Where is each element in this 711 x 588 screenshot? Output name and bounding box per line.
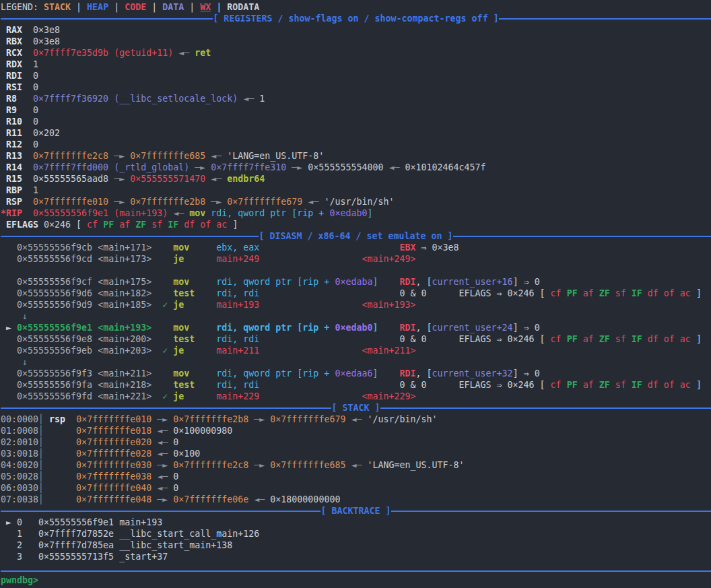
backtrace-frame: 2 0×7ffff7d785ea __libc_start_main+138 — [1, 540, 711, 551]
register-row-rcx: RCX 0×7ffff7e35d9b (getuid+11) ◄─ ret — [1, 47, 711, 59]
register-row-rsp: RSP 0×7fffffffe010 ─► 0×7fffffffe2b8 ─► … — [1, 196, 711, 207]
disasm-row: 0×55555556f9eb <main+203> ✓ je main+211 … — [1, 345, 711, 356]
stack-section-header: [ STACK ] — [1, 402, 711, 414]
register-row-rbp: RBP 1 — [1, 185, 711, 196]
legend-bar: LEGEND: STACK | HEAP | CODE | DATA | WX … — [1, 1, 711, 13]
register-row-r12: R12 0 — [1, 139, 711, 150]
stack-row: 04:0020│ 0×7fffffffe030 ─► 0×7fffffffe2c… — [1, 459, 711, 471]
register-row-eflags: EFLAGS 0×246 [ cf PF af ZF sf IF df of a… — [1, 219, 711, 230]
stack-row: 01:0008│ 0×7fffffffe018 ◄─ 0×100000980 — [1, 425, 711, 436]
section-title: [ DISASM / x86-64 / set emulate on ] — [259, 230, 452, 242]
register-row-r13: R13 0×7fffffffe2c8 ─► 0×7fffffffe685 ◄─ … — [1, 150, 711, 162]
disasm-row: 0×55555556f9fa <main+218> test rdi, rdi … — [1, 379, 711, 391]
register-row-r14: R14 0×7ffff7ffd000 (_rtld_global) ─► 0×7… — [1, 162, 711, 173]
section-divider-line — [1, 407, 331, 409]
backtrace-frame-current: ► 0 0×55555556f9e1 main+193 — [1, 517, 711, 528]
register-row-rdi: RDI 0 — [1, 70, 711, 81]
section-divider-line — [1, 511, 320, 512]
stack-row: 06:0030│ 0×7fffffffe040 ◄─ 0 — [1, 482, 711, 494]
backtrace-frame: 3 0×5555555713f5 _start+37 — [1, 551, 711, 562]
section-title: [ STACK ] — [331, 402, 380, 414]
disasm-row: 0×55555556f9f3 <main+211> mov rdi, qword… — [1, 368, 711, 379]
disasm-flow-arrow: ↓ — [1, 311, 711, 322]
stack-row: 05:0028│ 0×7fffffffe038 ◄─ 0 — [1, 471, 711, 482]
disasm-row: 0×55555556f9cd <main+173> je main+249 <m… — [1, 253, 711, 265]
register-row-r8: R8 0×7ffff7f36920 (__libc_setlocale_lock… — [1, 93, 711, 104]
section-divider-line — [499, 18, 711, 20]
disasm-row: 0×55555556f9d6 <main+182> test rdi, rdi … — [1, 288, 711, 299]
disasm-row-current: ► 0×55555556f9e1 <main+193> mov rdi, qwo… — [1, 322, 711, 333]
section-title: [ REGISTERS / show-flags on / show-compa… — [213, 13, 498, 24]
register-row-rdx: RDX 1 — [1, 59, 711, 70]
disasm-row: 0×55555556f9d9 <main+185> ✓ je main+193 … — [1, 299, 711, 311]
stack-row: 00:0000│ rsp 0×7fffffffe010 ─► 0×7ffffff… — [1, 414, 711, 425]
register-row-rbx: RBX 0×3e8 — [1, 36, 711, 47]
context-bottom-rule — [1, 568, 711, 575]
command-prompt[interactable]: pwndbg> — [1, 575, 711, 586]
register-row-rax: RAX 0×3e8 — [1, 24, 711, 36]
register-row-rip: *RIP 0×55555556f9e1 (main+193) ◄─ mov rd… — [1, 207, 711, 219]
backtrace-bottom-gap — [1, 562, 711, 568]
backtrace-frame: 1 0×7ffff7d7852e __libc_start_call_main+… — [1, 528, 711, 540]
stack-row: 07:0038│ 0×7fffffffe048 ─► 0×7fffffffe06… — [1, 494, 711, 505]
stack-row: 02:0010│ 0×7fffffffe020 ◄─ 0 — [1, 436, 711, 448]
disasm-flow-arrow: ↓ — [1, 356, 711, 368]
disasm-section-header: [ DISASM / x86-64 / set emulate on ] — [1, 230, 711, 242]
register-row-r11: R11 0×202 — [1, 127, 711, 139]
register-row-r15: R15 0×55555565aad8 ─► 0×555555571470 ◄─ … — [1, 173, 711, 185]
section-divider-line — [453, 236, 711, 237]
register-row-rsi: RSI 0 — [1, 81, 711, 93]
disasm-row: 0×55555556f9e8 <main+200> test rdi, rdi … — [1, 333, 711, 345]
section-divider-line — [1, 18, 213, 20]
divider-line — [1, 570, 711, 572]
section-divider-line — [391, 511, 711, 512]
disasm-row: 0×55555556f9cb <main+171> mov ebx, eax E… — [1, 242, 711, 253]
pwndbg-terminal: LEGEND: STACK | HEAP | CODE | DATA | WX … — [0, 0, 711, 586]
section-divider-line — [380, 407, 711, 409]
backtrace-section-header: [ BACKTRACE ] — [1, 505, 711, 517]
section-title: [ BACKTRACE ] — [320, 505, 391, 517]
disasm-row: 0×55555556f9cf <main+175> mov rdi, qword… — [1, 276, 711, 288]
disasm-row: 0×55555556f9fd <main+221> ✓ je main+229 … — [1, 391, 711, 402]
registers-section-header: [ REGISTERS / show-flags on / show-compa… — [1, 13, 711, 24]
stack-row: 03:0018│ 0×7fffffffe028 ◄─ 0×100 — [1, 448, 711, 459]
section-divider-line — [1, 236, 259, 237]
register-row-r10: R10 0 — [1, 116, 711, 127]
disasm-gap — [1, 265, 711, 276]
register-row-r9: R9 0 — [1, 104, 711, 116]
